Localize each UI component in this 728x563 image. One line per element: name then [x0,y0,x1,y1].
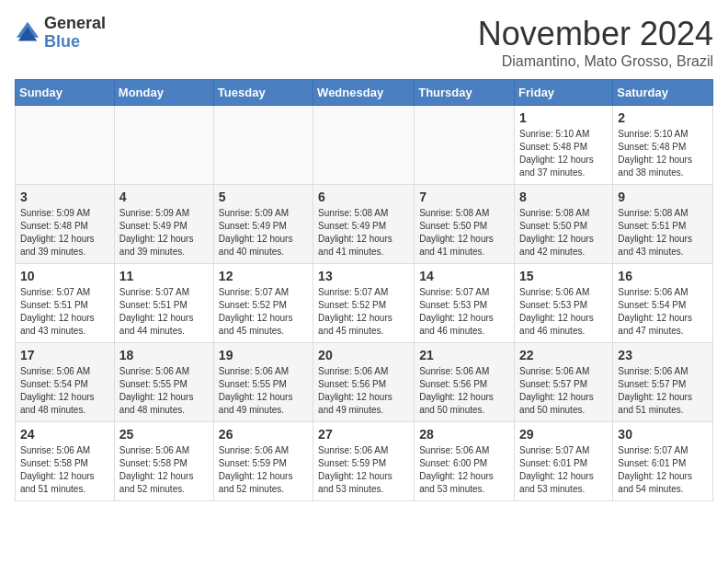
day-number: 25 [119,427,209,442]
day-cell: 26Sunrise: 5:06 AMSunset: 5:59 PMDayligh… [213,422,313,501]
day-info: Sunrise: 5:07 AMSunset: 5:51 PMDaylight:… [20,286,109,338]
day-number: 22 [519,348,608,362]
day-number: 14 [419,269,509,283]
day-cell: 18Sunrise: 5:06 AMSunset: 5:55 PMDayligh… [114,343,213,422]
day-info: Sunrise: 5:08 AMSunset: 5:50 PMDaylight:… [519,207,608,259]
weekday-header-monday: Monday [114,80,213,106]
day-number: 16 [618,269,708,283]
day-info: Sunrise: 5:09 AMSunset: 5:49 PMDaylight:… [219,207,308,259]
day-number: 24 [20,427,109,442]
day-cell: 6Sunrise: 5:08 AMSunset: 5:49 PMDaylight… [313,185,415,264]
day-info: Sunrise: 5:08 AMSunset: 5:49 PMDaylight:… [318,207,409,259]
day-number: 10 [20,269,109,283]
calendar-header: SundayMondayTuesdayWednesdayThursdayFrid… [16,80,713,106]
day-info: Sunrise: 5:07 AMSunset: 5:53 PMDaylight:… [419,286,509,338]
day-info: Sunrise: 5:07 AMSunset: 6:01 PMDaylight:… [618,444,708,496]
day-number: 23 [618,348,708,362]
day-cell: 27Sunrise: 5:06 AMSunset: 5:59 PMDayligh… [313,422,415,501]
day-cell: 30Sunrise: 5:07 AMSunset: 6:01 PMDayligh… [613,422,713,501]
day-number: 15 [519,269,608,283]
day-cell: 28Sunrise: 5:06 AMSunset: 6:00 PMDayligh… [415,422,515,501]
day-cell: 1Sunrise: 5:10 AMSunset: 5:48 PMDaylight… [515,106,613,185]
week-row-0: 1Sunrise: 5:10 AMSunset: 5:48 PMDaylight… [16,106,713,185]
day-info: Sunrise: 5:10 AMSunset: 5:48 PMDaylight:… [618,128,708,179]
day-info: Sunrise: 5:07 AMSunset: 5:51 PMDaylight:… [119,286,209,338]
day-info: Sunrise: 5:06 AMSunset: 5:54 PMDaylight:… [20,365,109,417]
day-cell: 11Sunrise: 5:07 AMSunset: 5:51 PMDayligh… [114,264,213,343]
header: General Blue November 2024 Diamantino, M… [15,15,713,70]
day-number: 27 [318,427,409,442]
weekday-header-row: SundayMondayTuesdayWednesdayThursdayFrid… [16,80,713,106]
day-cell: 12Sunrise: 5:07 AMSunset: 5:52 PMDayligh… [213,264,313,343]
weekday-header-thursday: Thursday [415,80,515,106]
day-cell: 24Sunrise: 5:06 AMSunset: 5:58 PMDayligh… [16,422,115,501]
day-info: Sunrise: 5:08 AMSunset: 5:50 PMDaylight:… [419,207,509,259]
day-number: 21 [419,348,509,362]
day-cell: 25Sunrise: 5:06 AMSunset: 5:58 PMDayligh… [114,422,213,501]
day-info: Sunrise: 5:09 AMSunset: 5:48 PMDaylight:… [20,207,109,259]
day-cell [16,106,115,185]
day-number: 5 [219,190,308,204]
day-cell: 15Sunrise: 5:06 AMSunset: 5:53 PMDayligh… [515,264,613,343]
day-cell: 10Sunrise: 5:07 AMSunset: 5:51 PMDayligh… [16,264,115,343]
day-cell: 16Sunrise: 5:06 AMSunset: 5:54 PMDayligh… [613,264,713,343]
day-number: 3 [20,190,109,204]
logo-blue: Blue [44,33,106,52]
day-info: Sunrise: 5:06 AMSunset: 5:58 PMDaylight:… [20,444,109,496]
logo: General Blue [15,15,106,52]
day-number: 29 [519,427,608,442]
day-info: Sunrise: 5:06 AMSunset: 5:57 PMDaylight:… [519,365,608,417]
day-number: 8 [519,190,608,204]
weekday-header-sunday: Sunday [16,80,115,106]
logo-icon [15,20,40,46]
day-cell: 7Sunrise: 5:08 AMSunset: 5:50 PMDaylight… [415,185,515,264]
day-info: Sunrise: 5:06 AMSunset: 5:57 PMDaylight:… [618,365,708,417]
day-cell: 13Sunrise: 5:07 AMSunset: 5:52 PMDayligh… [313,264,415,343]
day-number: 20 [318,348,409,362]
calendar: SundayMondayTuesdayWednesdayThursdayFrid… [15,79,713,501]
day-number: 26 [219,427,308,442]
week-row-4: 24Sunrise: 5:06 AMSunset: 5:58 PMDayligh… [16,422,713,501]
day-cell [213,106,313,185]
day-cell: 17Sunrise: 5:06 AMSunset: 5:54 PMDayligh… [16,343,115,422]
week-row-2: 10Sunrise: 5:07 AMSunset: 5:51 PMDayligh… [16,264,713,343]
weekday-header-saturday: Saturday [613,80,713,106]
day-info: Sunrise: 5:06 AMSunset: 5:56 PMDaylight:… [419,365,509,417]
day-cell: 22Sunrise: 5:06 AMSunset: 5:57 PMDayligh… [515,343,613,422]
day-number: 2 [618,110,708,125]
day-cell [415,106,515,185]
day-number: 19 [219,348,308,362]
day-cell: 8Sunrise: 5:08 AMSunset: 5:50 PMDaylight… [515,185,613,264]
day-number: 9 [618,190,708,204]
day-cell: 21Sunrise: 5:06 AMSunset: 5:56 PMDayligh… [415,343,515,422]
day-number: 13 [318,269,409,283]
day-cell: 9Sunrise: 5:08 AMSunset: 5:51 PMDaylight… [613,185,713,264]
day-info: Sunrise: 5:06 AMSunset: 5:56 PMDaylight:… [318,365,409,417]
day-cell: 5Sunrise: 5:09 AMSunset: 5:49 PMDaylight… [213,185,313,264]
day-info: Sunrise: 5:09 AMSunset: 5:49 PMDaylight:… [119,207,209,259]
day-info: Sunrise: 5:06 AMSunset: 5:58 PMDaylight:… [119,444,209,496]
day-cell: 3Sunrise: 5:09 AMSunset: 5:48 PMDaylight… [16,185,115,264]
day-info: Sunrise: 5:08 AMSunset: 5:51 PMDaylight:… [618,207,708,259]
day-info: Sunrise: 5:06 AMSunset: 5:55 PMDaylight:… [119,365,209,417]
location-title: Diamantino, Mato Grosso, Brazil [478,53,713,70]
day-cell [114,106,213,185]
day-info: Sunrise: 5:06 AMSunset: 5:54 PMDaylight:… [618,286,708,338]
day-info: Sunrise: 5:07 AMSunset: 6:01 PMDaylight:… [519,444,608,496]
calendar-body: 1Sunrise: 5:10 AMSunset: 5:48 PMDaylight… [16,106,713,501]
day-info: Sunrise: 5:07 AMSunset: 5:52 PMDaylight:… [219,286,308,338]
day-cell: 20Sunrise: 5:06 AMSunset: 5:56 PMDayligh… [313,343,415,422]
day-info: Sunrise: 5:06 AMSunset: 5:55 PMDaylight:… [219,365,308,417]
day-number: 30 [618,427,708,442]
day-number: 7 [419,190,509,204]
logo-text: General Blue [44,15,106,52]
month-title: November 2024 [478,15,713,53]
logo-general: General [44,15,106,33]
weekday-header-tuesday: Tuesday [213,80,313,106]
day-number: 11 [119,269,209,283]
day-cell: 4Sunrise: 5:09 AMSunset: 5:49 PMDaylight… [114,185,213,264]
title-area: November 2024 Diamantino, Mato Grosso, B… [478,15,713,70]
day-number: 17 [20,348,109,362]
day-info: Sunrise: 5:06 AMSunset: 6:00 PMDaylight:… [419,444,509,496]
day-info: Sunrise: 5:10 AMSunset: 5:48 PMDaylight:… [519,128,608,179]
